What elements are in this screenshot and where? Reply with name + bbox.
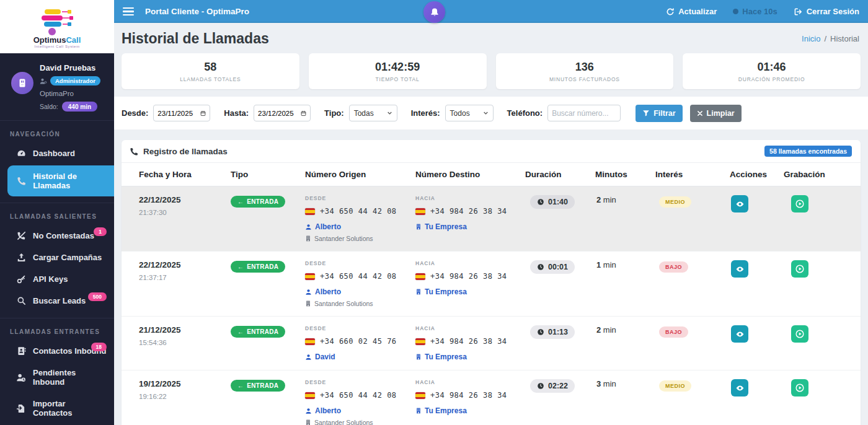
dest-contact-link[interactable]: Tu Empresa bbox=[415, 287, 525, 296]
eye-icon bbox=[735, 330, 745, 339]
stat-card-duracion-promedio: 01:46 DURACIÓN PROMEDIO bbox=[683, 53, 861, 89]
table-row: 22/12/2025 21:37:30 ←ENTRADA DESDE +34 6… bbox=[122, 186, 861, 252]
upload-icon bbox=[16, 253, 26, 262]
main-content: Historial de Llamadas Inicio / Historial… bbox=[114, 23, 868, 425]
sidebar-item-contactos-inbound[interactable]: Contactos Inbound 18 bbox=[0, 340, 114, 362]
company-badge-icon bbox=[17, 78, 27, 88]
eye-icon bbox=[735, 265, 745, 274]
origin-company: Santander Solutions bbox=[305, 235, 415, 242]
status-dot-icon bbox=[733, 9, 738, 14]
stats-row: 58 LLAMADAS TOTALES 01:42:59 TIEMPO TOTA… bbox=[122, 53, 861, 89]
notification-badge: 500 bbox=[88, 292, 107, 301]
origin-contact-link[interactable]: Alberto bbox=[305, 287, 415, 296]
limpiar-button[interactable]: Limpiar bbox=[690, 105, 742, 122]
spain-flag-icon bbox=[305, 208, 315, 215]
search-icon bbox=[16, 296, 26, 305]
origin-contact-link[interactable]: Alberto bbox=[305, 222, 415, 231]
sidebar-item-importar-contactos[interactable]: Importar Contactos bbox=[0, 393, 114, 424]
refresh-icon bbox=[666, 7, 675, 16]
play-recording-button[interactable] bbox=[791, 325, 808, 343]
breadcrumb-home-link[interactable]: Inicio bbox=[802, 34, 820, 43]
desde-date-value[interactable] bbox=[157, 110, 197, 117]
spain-flag-icon bbox=[305, 338, 315, 345]
sidebar-item-no-contestadas[interactable]: No Contestadas 1 bbox=[0, 225, 114, 247]
clock-icon bbox=[537, 382, 544, 390]
play-circle-icon bbox=[795, 264, 805, 274]
balance-badge: 440 min bbox=[62, 102, 97, 112]
sidebar-item-label: Cargar Campañas bbox=[33, 253, 102, 262]
origin-number: +34 650 44 42 08 bbox=[320, 272, 397, 281]
eye-icon bbox=[735, 199, 745, 209]
desde-date-input[interactable] bbox=[153, 105, 210, 121]
sidebar-item-label: Pendientes Inbound bbox=[33, 368, 107, 387]
logout-button[interactable]: Cerrar Sesión bbox=[794, 7, 859, 16]
hasta-date-input[interactable] bbox=[254, 105, 311, 121]
interes-select[interactable]: Todos bbox=[445, 105, 494, 121]
origin-contact-link[interactable]: David bbox=[305, 353, 415, 361]
stat-card-tiempo-total: 01:42:59 TIEMPO TOTAL bbox=[309, 53, 487, 89]
play-recording-button[interactable] bbox=[791, 379, 808, 397]
sidebar-item-label: Buscar Leads bbox=[33, 296, 86, 305]
telefono-label: Teléfono: bbox=[507, 108, 543, 118]
brand-logo[interactable]: OptimusCall Intelligent Call System bbox=[0, 0, 114, 53]
call-type-badge: ←ENTRADA bbox=[231, 261, 285, 273]
dest-number: +34 984 26 38 34 bbox=[430, 272, 507, 281]
sidebar-item-api-keys[interactable]: API Keys bbox=[0, 268, 114, 290]
col-fecha: Fecha y Hora bbox=[139, 170, 231, 179]
filtrar-button[interactable]: Filtrar bbox=[636, 105, 682, 122]
phone-search-input[interactable] bbox=[547, 105, 621, 121]
sidebar-item-dashboard[interactable]: Dashboard bbox=[0, 142, 114, 164]
origin-contact-link[interactable]: Alberto bbox=[305, 406, 415, 415]
brand-name: OptimusCall bbox=[33, 37, 81, 44]
col-destino: Número Destino bbox=[415, 170, 525, 179]
table-row: 22/12/2025 21:37:17 ←ENTRADA DESDE +34 6… bbox=[122, 252, 861, 317]
user-company: OptimaPro bbox=[40, 90, 100, 97]
building-icon bbox=[415, 289, 422, 295]
refresh-button[interactable]: Actualizar bbox=[666, 7, 717, 16]
col-tipo: Tipo bbox=[231, 170, 305, 179]
avatar[interactable] bbox=[11, 72, 33, 94]
balance-label: Saldo: bbox=[40, 103, 58, 110]
table-header-row: Fecha y Hora Tipo Número Origen Número D… bbox=[122, 163, 861, 186]
brand-tagline: Intelligent Call System bbox=[34, 45, 79, 48]
view-call-button[interactable] bbox=[731, 325, 748, 343]
view-call-button[interactable] bbox=[731, 379, 748, 397]
sidebar-item-cargar-campanas[interactable]: Cargar Campañas bbox=[0, 247, 114, 268]
hasta-date-value[interactable] bbox=[258, 110, 298, 117]
sidebar-item-pendientes-inbound[interactable]: Pendientes Inbound bbox=[0, 362, 114, 393]
dest-contact-link[interactable]: Tu Empresa bbox=[415, 222, 525, 231]
interest-badge: MEDIO bbox=[659, 380, 691, 392]
tipo-select[interactable]: Todas bbox=[349, 105, 397, 121]
play-recording-button[interactable] bbox=[791, 195, 808, 212]
interes-label: Interés: bbox=[411, 108, 440, 118]
duration-badge: 00:01 bbox=[530, 260, 575, 274]
dest-contact-link[interactable]: Tu Empresa bbox=[415, 353, 525, 361]
hamburger-menu-icon[interactable] bbox=[123, 6, 134, 18]
view-call-button[interactable] bbox=[731, 260, 748, 278]
sidebar-item-buscar-leads[interactable]: Buscar Leads 500 bbox=[0, 290, 114, 312]
filter-icon bbox=[642, 110, 650, 117]
building-icon bbox=[305, 235, 311, 242]
breadcrumb: Inicio / Historial bbox=[802, 34, 859, 43]
last-update-indicator: Hace 10s bbox=[733, 7, 777, 16]
chevron-down-icon bbox=[483, 110, 489, 116]
view-call-button[interactable] bbox=[731, 195, 748, 212]
col-interes: Interés bbox=[655, 170, 730, 179]
sidebar-item-label: Historial de Llamadas bbox=[33, 172, 107, 190]
building-icon bbox=[415, 354, 422, 360]
table-row: 21/12/2025 15:54:36 ←ENTRADA DESDE +34 6… bbox=[122, 317, 861, 370]
user-name: David Pruebas bbox=[40, 63, 100, 72]
spain-flag-icon bbox=[415, 208, 425, 215]
notifications-button[interactable] bbox=[423, 1, 445, 23]
topbar: Portal Cliente - OptimaPro Actualizar Ha… bbox=[114, 0, 868, 23]
optimuscall-logo-icon bbox=[37, 8, 77, 37]
sidebar-item-label: Importar Contactos bbox=[33, 399, 107, 418]
play-recording-button[interactable] bbox=[791, 260, 808, 278]
dest-contact-link[interactable]: Tu Empresa bbox=[415, 406, 525, 415]
gauge-icon bbox=[16, 149, 26, 158]
stat-card-minutos-facturados: 136 MINUTOS FACTURADOS bbox=[496, 53, 674, 89]
sidebar-item-historial[interactable]: Historial de Llamadas bbox=[7, 165, 114, 196]
nav-section-navegacion: NAVEGACIÓN bbox=[0, 127, 114, 142]
call-type-badge: ←ENTRADA bbox=[231, 196, 285, 208]
person-icon bbox=[305, 289, 312, 296]
